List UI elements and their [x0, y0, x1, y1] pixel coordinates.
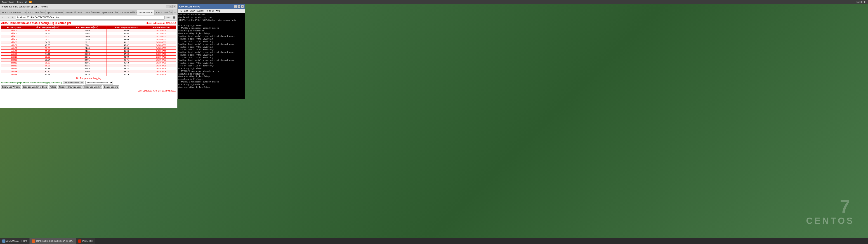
midas-menu-help[interactable]: Help: [216, 9, 220, 12]
midas-minimize-button[interactable]: _: [234, 5, 237, 8]
log-line: executing do_PostSetup: [178, 83, 244, 86]
cell-psu-temp: 24.81: [68, 50, 106, 53]
table-row: aida0156.7527.6942.000x3350706: [1, 29, 176, 32]
cell-psu-temp: 25.31: [68, 44, 106, 47]
midas-menu-view[interactable]: View: [190, 9, 195, 12]
midas-close-button[interactable]: ×: [241, 5, 244, 8]
aida-task-label: AIDA MIDAS HTTPd: [6, 240, 27, 242]
log-line: RunControlClient loaded: [178, 13, 244, 16]
plot-temperature-button[interactable]: Plot Temperature File: [63, 81, 84, 84]
address-bar[interactable]: localhost:8015/AIDA/TSCAN/TSCAN.html: [16, 16, 164, 20]
tab-spectrum[interactable]: Spectrum Browser ©... ×: [45, 10, 64, 15]
cell-system: aida00: [1, 50, 27, 53]
log-line: loading Spectrum.tcl > can not find chan…: [178, 51, 244, 57]
tab-systemwide[interactable]: System wide Checki... ×: [100, 10, 118, 15]
places-menu[interactable]: Places: [16, 1, 23, 3]
reload-browser-button[interactable]: ↻: [11, 16, 15, 20]
cell-psu-temp: 22.94: [68, 38, 106, 41]
temperature-task-icon: [32, 240, 35, 243]
tab-temperature[interactable]: Temperature and st... ×: [137, 10, 154, 15]
menu-button[interactable]: ☰: [172, 16, 176, 20]
midas-menu-search[interactable]: Search: [196, 9, 204, 12]
temperature-table: FEEd4 System Virtex Temperature(65C) PSU…: [1, 26, 176, 76]
midas-menu-terminal[interactable]: Terminal: [206, 9, 214, 12]
aida-task-icon: [2, 240, 5, 243]
cell-asic-temp: 43.62: [106, 44, 146, 47]
action-btn-reset[interactable]: Reset: [58, 85, 66, 89]
tab-asic[interactable]: ASIC Control @ carr... ×: [155, 10, 173, 15]
tab-control[interactable]: Control @ carme-gsi... ×: [82, 10, 100, 15]
forward-button[interactable]: →: [6, 16, 10, 20]
cell-psu-temp: 25.62: [68, 67, 106, 70]
cell-system: aida12: [1, 61, 27, 64]
cell-system: aida10: [1, 56, 27, 59]
cell-asic-temp: 47.50: [106, 53, 146, 56]
cell-system: aida01: [1, 29, 27, 32]
tab-statistics[interactable]: Statistics @ carme-c... ×: [64, 10, 82, 15]
table-row: aida0361.5029.6940.750x3350706: [1, 35, 176, 38]
browser-titlebar: Temperature and status scan @ car... - F…: [0, 4, 177, 9]
cell-firmware: 0x3350706: [146, 44, 176, 47]
new-tab-button[interactable]: +: [173, 10, 177, 15]
midas-menu-file[interactable]: File: [179, 9, 182, 12]
tab-experiment[interactable]: Experiment Control ©... ×: [8, 10, 27, 15]
cell-system: aida07: [1, 47, 27, 50]
table-row: aida0641.0625.3143.620x3350706: [1, 44, 176, 47]
tab-temperature-label: Temperature and st...: [138, 11, 154, 13]
cell-system: aida16: [1, 73, 27, 76]
midas-menu-edit[interactable]: Edit: [184, 9, 188, 12]
action-btn-send-log-window-to-elog[interactable]: Send Log Window to ELog: [22, 85, 48, 89]
cell-firmware: 0x3350706: [146, 41, 176, 44]
tab-statistics-label: Statistics @ carme-c...: [65, 11, 82, 13]
midas-maximize-button[interactable]: □: [238, 5, 240, 8]
col-header-system: FEEd4 System: [1, 26, 27, 29]
browser-title-text: Temperature and status scan @ car... - F…: [1, 5, 48, 8]
wifi-icon: 📶: [29, 1, 32, 3]
action-buttons-group: Empty Log WindowSend Log Window to ELogR…: [1, 85, 176, 89]
cell-firmware: 0x3350706: [146, 67, 176, 70]
action-btn-show-variables[interactable]: Show Variables: [66, 85, 83, 89]
cell-virtex-temp: 56.25: [27, 64, 68, 67]
table-row: aida1256.3823.8145.500x3350706: [1, 61, 176, 64]
close-button[interactable]: ×: [173, 5, 176, 8]
tab-whitera bbit[interactable]: GSI White Rabbit Tim... ×: [118, 10, 137, 15]
log-line: executing do_PreReset: [178, 67, 244, 70]
action-btn-enable-logging[interactable]: Enable Logging: [103, 85, 120, 89]
log-line: lf": no such file or directory": [178, 40, 244, 43]
applications-menu[interactable]: Applications: [2, 1, 14, 3]
table-row: aida0944.0025.8847.500x3350706: [1, 53, 176, 56]
cell-firmware: 0x3350706: [146, 70, 176, 73]
cell-virtex-temp: 61.50: [27, 35, 68, 38]
back-button[interactable]: ←: [1, 16, 5, 20]
cell-virtex-temp: 41.06: [27, 44, 68, 47]
tab-aida-label: AIDA: [2, 11, 6, 13]
taskbar-item-aida[interactable]: AIDA MIDAS HTTPd: [0, 238, 30, 244]
function-select[interactable]: Select required function: [86, 81, 113, 85]
browser-window: Temperature and status scan @ car... - F…: [0, 4, 178, 108]
cell-virtex-temp: 56.38: [27, 61, 68, 64]
minimize-button[interactable]: _: [166, 5, 169, 8]
cell-virtex-temp: 48.56: [27, 32, 68, 35]
tab-control-label: Control @ carme-gsi...: [84, 11, 100, 13]
log-line: executing do_PreReset: [178, 78, 244, 81]
midas-titlebar: AIDA MIDAS HTTPd _ □ ×: [178, 4, 245, 9]
midas-title-text: AIDA MIDAS HTTPd: [179, 5, 200, 8]
last-updated-text: Last Updated: June 18, 2024 06:49:07: [1, 89, 176, 92]
temperature-task-label: Temperature and status scan @ car...: [36, 240, 73, 242]
action-btn-show-log-window[interactable]: Show Log Window: [83, 85, 102, 89]
tab-runcontrol[interactable]: Run Control @ carm-... ×: [27, 10, 45, 15]
maximize-button[interactable]: □: [169, 5, 173, 8]
midas-window: AIDA MIDAS HTTPd _ □ × File Edit View Se…: [178, 4, 245, 99]
taskbar-item-temperature[interactable]: Temperature and status scan @ car...: [30, 238, 76, 244]
tab-aida[interactable]: AIDA ×: [0, 10, 8, 15]
cell-system: aida11: [1, 59, 27, 61]
cell-virtex-temp: 51.25: [27, 73, 68, 76]
cell-asic-temp: 45.75: [106, 70, 146, 73]
taskbar-item-anydesk[interactable]: [AnyDesk]: [76, 238, 95, 244]
table-row: aida1356.2525.2541.750x3350706: [1, 64, 176, 67]
log-line: done executing do_PostSetup: [178, 86, 244, 89]
cell-asic-temp: 42.00: [106, 56, 146, 59]
action-btn-empty-log-window[interactable]: Empty Log Window: [1, 85, 21, 89]
action-btn-reload[interactable]: Reload: [49, 85, 57, 89]
cell-system: aida14: [1, 67, 27, 70]
